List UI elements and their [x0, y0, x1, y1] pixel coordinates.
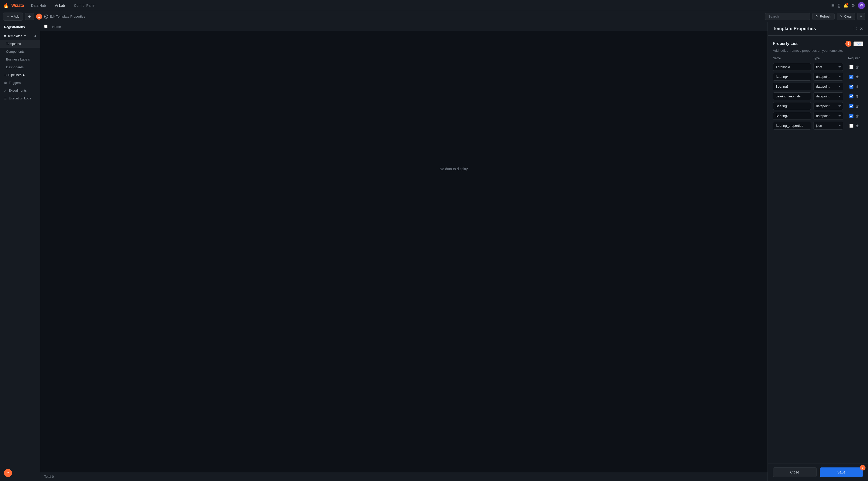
edit-template-properties-button[interactable]: Edit Template Properties — [44, 14, 85, 19]
save-button[interactable]: Save 3 — [820, 468, 863, 477]
props-col-type: Type — [813, 57, 843, 60]
clear-icon: ✕ — [840, 14, 843, 18]
prop-type-select[interactable]: floatdatapointjsonstringintegerboolean — [813, 122, 843, 130]
dot-icon — [44, 14, 48, 19]
prop-actions: 🗑 — [845, 104, 863, 108]
prop-name-input[interactable] — [773, 63, 811, 71]
sidebar-item-business-labels[interactable]: Business Labels — [0, 56, 40, 63]
settings-icon[interactable]: ⚙ — [851, 3, 855, 8]
prop-name-input[interactable] — [773, 112, 811, 120]
content-area: Name No data to display. Total 0 — [40, 22, 868, 481]
prop-type-select[interactable]: floatdatapointjsonstringintegerboolean — [813, 102, 843, 110]
sidebar-item-templates[interactable]: Templates — [0, 40, 40, 48]
prop-required-checkbox[interactable] — [849, 114, 854, 118]
sidebar-item-components[interactable]: Components — [0, 48, 40, 56]
prop-type-select[interactable]: floatdatapointjsonstringintegerboolean — [813, 112, 843, 120]
prop-required-checkbox[interactable] — [849, 104, 854, 108]
prop-delete-icon[interactable]: 🗑 — [856, 104, 859, 108]
prop-name-input[interactable] — [773, 83, 811, 90]
property-list-header: Property List 2 + Add — [773, 41, 863, 47]
sidebar-item-experiments[interactable]: △ Experiments — [0, 87, 40, 94]
triggers-label: Triggers — [9, 81, 21, 85]
brand[interactable]: 🔥 Wizata — [3, 2, 24, 8]
prop-name-input[interactable] — [773, 122, 811, 130]
prop-required-checkbox[interactable] — [849, 75, 854, 79]
property-row: floatdatapointjsonstringintegerboolean 🗑 — [773, 102, 863, 110]
sidebar-item-pipelines-parent[interactable]: ⊸ Pipelines ▶ — [0, 71, 40, 79]
prop-delete-icon[interactable]: 🗑 — [856, 94, 859, 98]
prop-delete-icon[interactable]: 🗑 — [856, 124, 859, 128]
prop-type-select[interactable]: floatdatapointjsonstringintegerboolean — [813, 63, 843, 71]
sidebar-item-execution-logs[interactable]: ≣ Execution Logs — [0, 94, 40, 102]
top-nav: 🔥 Wizata Data Hub Ai Lab Control Panel ⊞… — [0, 0, 868, 11]
search-input[interactable] — [765, 13, 810, 20]
prop-name-input[interactable] — [773, 92, 811, 100]
chevron-down-icon: ▼ — [24, 35, 26, 37]
list-icon: ≡ — [4, 34, 6, 38]
sidebar-item-dashboards[interactable]: Dashboards — [0, 63, 40, 71]
prop-type-select[interactable]: floatdatapointjsonstringintegerboolean — [813, 73, 843, 81]
filter-button[interactable]: ▼ — [857, 13, 865, 20]
prop-delete-icon[interactable]: 🗑 — [856, 65, 859, 69]
panel-footer: Close Save 3 — [768, 463, 868, 481]
brackets-icon[interactable]: {} — [838, 3, 840, 8]
help-badge[interactable]: ? — [4, 469, 12, 477]
experiments-label: Experiments — [8, 89, 27, 92]
sidebar-item-triggers[interactable]: ◎ Triggers — [0, 79, 40, 87]
grid-icon[interactable]: ⊞ — [831, 3, 835, 8]
toggle-button[interactable]: ⊙ — [25, 13, 34, 20]
nav-control-panel[interactable]: Control Panel — [72, 2, 97, 8]
nav-ai-lab[interactable]: Ai Lab — [53, 2, 67, 8]
prop-type-select[interactable]: floatdatapointjsonstringintegerboolean — [813, 92, 843, 100]
prop-actions: 🗑 — [845, 85, 863, 89]
close-button[interactable]: Close — [773, 468, 817, 477]
nav-right: ⊞ {} 🔔 ⚙ W — [831, 2, 865, 9]
select-all-checkbox[interactable] — [44, 25, 48, 28]
props-table-header: Name Type Required — [773, 57, 863, 62]
add-button[interactable]: ＋ + Add — [3, 12, 23, 21]
templates-label: Templates — [6, 42, 21, 46]
prop-required-checkbox[interactable] — [849, 94, 854, 98]
svg-point-0 — [45, 16, 47, 17]
prop-name-input[interactable] — [773, 102, 811, 110]
toggle-icon: ⊙ — [28, 14, 31, 18]
templates-parent-label: Templates — [7, 34, 22, 38]
experiments-icon: △ — [4, 89, 6, 92]
add-property-button[interactable]: + Add — [854, 41, 863, 46]
property-row: floatdatapointjsonstringintegerboolean 🗑 — [773, 122, 863, 130]
brand-icon: 🔥 — [3, 2, 9, 8]
props-col-name: Name — [773, 57, 811, 60]
prop-required-checkbox[interactable] — [849, 65, 854, 69]
prop-delete-icon[interactable]: 🗑 — [856, 75, 859, 79]
template-properties-panel: Template Properties ⛶ ✕ Property List 2 … — [768, 22, 868, 481]
clear-label: Clear — [844, 14, 852, 18]
prop-required-checkbox[interactable] — [849, 85, 854, 89]
props-col-required: Required — [845, 57, 863, 60]
refresh-button[interactable]: ↻ Refresh — [812, 13, 835, 20]
main-layout: Registrations ≡ Templates ▼ ◀ Templates … — [0, 22, 868, 481]
nav-data-hub[interactable]: Data Hub — [29, 2, 48, 8]
prop-delete-icon[interactable]: 🗑 — [856, 114, 859, 118]
sidebar-item-templates-parent[interactable]: ≡ Templates ▼ ◀ — [0, 32, 40, 40]
property-rows-container: floatdatapointjsonstringintegerboolean 🗑… — [773, 63, 863, 130]
panel-header: Template Properties ⛶ ✕ — [768, 22, 868, 36]
add-label: + Add — [11, 14, 20, 18]
bell-icon[interactable]: 🔔 — [843, 3, 848, 8]
filter-icon: ▼ — [860, 14, 863, 18]
property-row: floatdatapointjsonstringintegerboolean 🗑 — [773, 92, 863, 100]
clear-button[interactable]: ✕ Clear — [837, 13, 855, 20]
collapse-sidebar-icon[interactable]: ◀ — [34, 34, 36, 38]
prop-type-select[interactable]: floatdatapointjsonstringintegerboolean — [813, 83, 843, 90]
close-panel-icon[interactable]: ✕ — [860, 26, 863, 31]
panel-title: Template Properties — [773, 26, 816, 31]
expand-icon[interactable]: ⛶ — [853, 27, 857, 31]
brand-name: Wizata — [11, 3, 24, 8]
prop-delete-icon[interactable]: 🗑 — [856, 85, 859, 89]
step-badge-2: 2 — [845, 41, 851, 47]
action-bar-right: ↻ Refresh ✕ Clear ▼ — [765, 13, 865, 20]
prop-required-checkbox[interactable] — [849, 124, 854, 128]
avatar[interactable]: W — [858, 2, 865, 9]
column-name: Name — [52, 25, 864, 29]
property-row: floatdatapointjsonstringintegerboolean 🗑 — [773, 83, 863, 90]
prop-name-input[interactable] — [773, 73, 811, 81]
